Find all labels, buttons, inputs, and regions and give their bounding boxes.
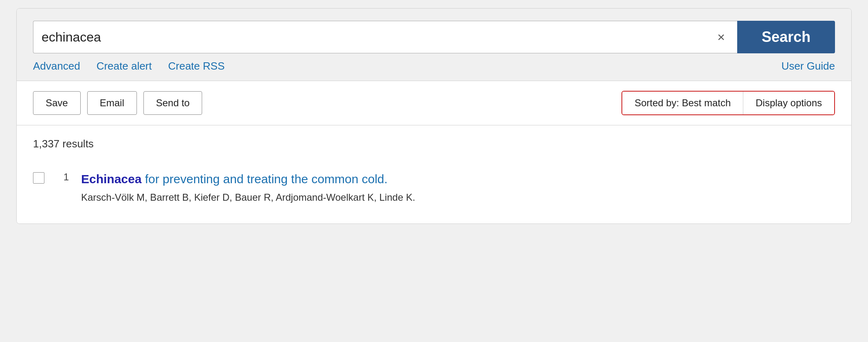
result-title: Echinacea for preventing and treating th… — [81, 171, 835, 188]
result-number-row: 1 Echinacea for preventing and treating … — [57, 171, 835, 203]
result-authors: Karsch-Völk M, Barrett B, Kiefer D, Baue… — [81, 192, 835, 203]
send-to-button[interactable]: Send to — [143, 91, 203, 115]
save-button[interactable]: Save — [33, 91, 81, 115]
result-details: Echinacea for preventing and treating th… — [81, 171, 835, 203]
display-options-button[interactable]: Display options — [743, 92, 834, 114]
result-title-text[interactable]: for preventing and treating the common c… — [141, 172, 388, 186]
search-input[interactable] — [42, 30, 713, 45]
toolbar-left: Save Email Send to — [33, 91, 202, 115]
results-section: 1,337 results 1 Echinacea for preventing… — [17, 125, 851, 224]
sorted-by-label: Sorted by: Best match — [622, 92, 743, 114]
toolbar-section: Save Email Send to Sorted by: Best match… — [17, 81, 851, 125]
search-links-left: Advanced Create alert Create RSS — [33, 60, 225, 72]
result-content: 1 Echinacea for preventing and treating … — [57, 171, 835, 203]
search-input-wrapper: × — [33, 21, 737, 53]
sort-display-group: Sorted by: Best match Display options — [621, 91, 835, 115]
user-guide-link[interactable]: User Guide — [782, 60, 835, 72]
search-button[interactable]: Search — [737, 21, 835, 53]
advanced-link[interactable]: Advanced — [33, 60, 80, 72]
search-bar-row: × Search — [33, 21, 835, 53]
email-button[interactable]: Email — [87, 91, 137, 115]
result-item: 1 Echinacea for preventing and treating … — [33, 162, 835, 211]
result-checkbox-wrapper — [33, 171, 44, 184]
result-title-keyword[interactable]: Echinacea — [81, 172, 141, 186]
result-checkbox[interactable] — [33, 172, 44, 184]
clear-button[interactable]: × — [713, 31, 729, 44]
result-number: 1 — [57, 171, 69, 183]
create-alert-link[interactable]: Create alert — [97, 60, 152, 72]
create-rss-link[interactable]: Create RSS — [168, 60, 225, 72]
results-count: 1,337 results — [33, 138, 835, 150]
search-links-row: Advanced Create alert Create RSS User Gu… — [33, 60, 835, 72]
main-container: × Search Advanced Create alert Create RS… — [16, 8, 852, 224]
search-section: × Search Advanced Create alert Create RS… — [17, 9, 851, 81]
